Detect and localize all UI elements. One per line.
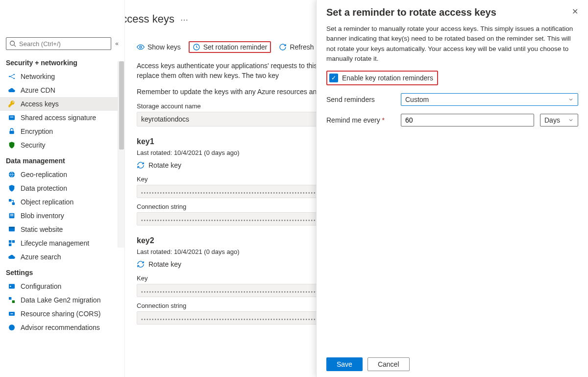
- svg-point-25: [140, 46, 142, 48]
- sidebar-item-label: Lifecycle management: [21, 239, 89, 247]
- objrep-icon: [8, 198, 16, 206]
- svg-point-24: [9, 325, 15, 330]
- refresh-button[interactable]: Refresh: [279, 43, 314, 51]
- required-asterisk: *: [382, 116, 385, 124]
- svg-rect-7: [9, 131, 14, 134]
- chevron-down-icon: [568, 117, 574, 123]
- sidebar-item-networking[interactable]: Networking: [0, 70, 124, 83]
- sidebar-item-label: Advisor recommendations: [21, 324, 100, 331]
- datalake-icon: [8, 296, 16, 304]
- svg-rect-10: [12, 202, 15, 205]
- clock-icon: [193, 43, 200, 51]
- collapse-sidebar-icon[interactable]: «: [115, 40, 119, 47]
- sidebar-item-azure-cdn[interactable]: Azure CDN: [0, 83, 124, 97]
- sas-icon: [8, 114, 16, 122]
- svg-rect-16: [9, 240, 11, 243]
- sidebar-item-geo-replication[interactable]: Geo-replication: [0, 168, 124, 181]
- sidebar-item-blob-inventory[interactable]: Blob inventory: [0, 209, 124, 223]
- rotate-icon: [137, 260, 145, 268]
- svg-point-0: [10, 41, 15, 46]
- svg-point-4: [13, 78, 15, 79]
- network-icon: [8, 73, 16, 80]
- cancel-button[interactable]: Cancel: [368, 357, 410, 371]
- sidebar-item-lifecycle-management[interactable]: Lifecycle management: [0, 236, 124, 250]
- shield-icon: [8, 141, 16, 149]
- panel-title: Set a reminder to rotate access keys: [326, 7, 496, 18]
- show-keys-button[interactable]: Show keys: [137, 43, 181, 51]
- cloud-icon: [8, 86, 16, 94]
- svg-rect-5: [9, 115, 15, 120]
- nav-section-header: Security + networking: [0, 54, 124, 70]
- sidebar-item-label: Resource sharing (CORS): [21, 310, 100, 318]
- svg-rect-13: [10, 215, 14, 216]
- svg-rect-12: [10, 214, 14, 215]
- send-reminders-value: Custom: [405, 96, 429, 103]
- svg-rect-18: [9, 244, 11, 246]
- rotation-reminder-panel: Set a reminder to rotate access keys ✕ S…: [316, 0, 588, 377]
- sidebar-item-object-replication[interactable]: Object replication: [0, 195, 124, 209]
- sidebar-item-access-keys[interactable]: Access keys: [0, 97, 124, 111]
- config-icon: [8, 282, 16, 290]
- sidebar-item-label: Azure search: [21, 253, 61, 261]
- remind-every-unit-select[interactable]: Days: [540, 114, 578, 126]
- save-button[interactable]: Save: [326, 357, 363, 371]
- sidebar-item-label: Encryption: [21, 127, 53, 135]
- lock-icon: [8, 127, 16, 135]
- sidebar-item-advisor-recommendations[interactable]: Advisor recommendations: [0, 321, 124, 334]
- more-menu[interactable]: ⋯: [177, 15, 191, 25]
- close-icon[interactable]: ✕: [572, 7, 578, 16]
- sidebar-item-azure-search[interactable]: Azure search: [0, 250, 124, 264]
- key1-rotate-label: Rotate key: [148, 161, 181, 169]
- dataprotect-icon: [8, 184, 16, 192]
- sidebar-item-label: Blob inventory: [21, 212, 64, 220]
- panel-description: Set a reminder to manually rotate your a…: [326, 24, 578, 64]
- sidebar-item-configuration[interactable]: Configuration: [0, 279, 124, 293]
- svg-point-20: [10, 286, 11, 287]
- sidebar-item-static-website[interactable]: Static website: [0, 223, 124, 236]
- sidebar-item-encryption[interactable]: Encryption: [0, 125, 124, 138]
- key1-rotate-button[interactable]: Rotate key: [137, 161, 181, 169]
- search-input[interactable]: [19, 40, 108, 48]
- sidebar-item-label: Static website: [21, 226, 63, 233]
- enable-reminders-checkbox-row[interactable]: ✓ Enable key rotation reminders: [326, 71, 438, 85]
- sidebar-item-label: Geo-replication: [21, 171, 67, 178]
- svg-point-3: [13, 74, 15, 75]
- send-reminders-label: Send reminders: [326, 96, 395, 103]
- eye-icon: [137, 43, 145, 51]
- sidebar-item-label: Azure CDN: [21, 86, 55, 94]
- sidebar-item-label: Data protection: [21, 184, 67, 192]
- nav-section-header: Data management: [0, 152, 124, 168]
- chevron-down-icon: [568, 97, 574, 102]
- remind-every-input[interactable]: [401, 114, 534, 126]
- sidebar-item-label: Data Lake Gen2 migration: [21, 296, 100, 304]
- set-reminder-label: Set rotation reminder: [203, 43, 268, 51]
- search-icon: [8, 253, 16, 261]
- sidebar-item-resource-sharing-cors-[interactable]: Resource sharing (CORS): [0, 307, 124, 321]
- send-reminders-select[interactable]: Custom: [401, 93, 578, 106]
- sidebar-scrollbar[interactable]: [118, 61, 124, 248]
- sidebar-item-data-protection[interactable]: Data protection: [0, 181, 124, 195]
- remind-every-label: Remind me every *: [326, 116, 395, 124]
- svg-rect-22: [12, 301, 15, 303]
- svg-rect-17: [12, 240, 15, 243]
- rotate-icon: [137, 161, 145, 169]
- svg-rect-15: [9, 227, 15, 228]
- sidebar-item-data-lake-gen2-migration[interactable]: Data Lake Gen2 migration: [0, 293, 124, 307]
- nav-section-header: Settings: [0, 264, 124, 279]
- staticweb-icon: [8, 226, 16, 233]
- checkbox-checked-icon[interactable]: ✓: [329, 74, 338, 82]
- sidebar-scrollbar-thumb[interactable]: [119, 61, 124, 150]
- set-rotation-reminder-button[interactable]: Set rotation reminder: [189, 41, 271, 53]
- sidebar-item-label: Shared access signature: [21, 114, 96, 122]
- sidebar-item-label: Configuration: [21, 282, 61, 290]
- cors-icon: [8, 310, 16, 318]
- sidebar-item-security[interactable]: Security: [0, 138, 124, 152]
- globe-icon: [8, 171, 16, 178]
- svg-rect-9: [9, 199, 11, 201]
- svg-rect-19: [9, 284, 15, 288]
- sidebar-search[interactable]: [6, 37, 111, 50]
- key2-rotate-button[interactable]: Rotate key: [137, 260, 181, 268]
- sidebar-item-label: Access keys: [21, 100, 59, 108]
- sidebar-item-shared-access-signature[interactable]: Shared access signature: [0, 111, 124, 125]
- advisor-icon: [8, 324, 16, 331]
